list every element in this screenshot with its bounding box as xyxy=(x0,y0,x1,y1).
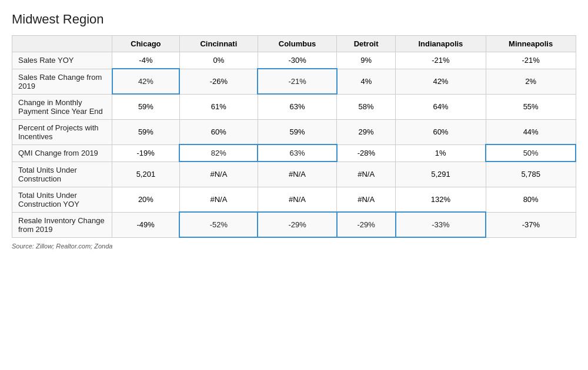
column-header-indianapolis: Indianapolis xyxy=(396,36,486,52)
row-label: Change in Monthly Payment Since Year End xyxy=(12,94,112,119)
table-cell: 132% xyxy=(396,187,486,212)
table-cell: 64% xyxy=(396,94,486,119)
column-header-chicago: Chicago xyxy=(112,36,180,52)
table-cell: 5,785 xyxy=(486,162,576,187)
table-cell: -37% xyxy=(486,212,576,237)
table-cell: #N/A xyxy=(337,187,396,212)
table-row: Total Units Under Construction YOY20%#N/… xyxy=(12,187,576,212)
table-cell: 5,291 xyxy=(396,162,486,187)
table-cell: 82% xyxy=(179,144,258,162)
row-label: QMI Change from 2019 xyxy=(12,144,112,162)
table-row: Sales Rate Change from 201942%-26%-21%4%… xyxy=(12,69,576,94)
table-header: ChicagoCincinnatiColumbusDetroitIndianap… xyxy=(12,36,576,52)
table-cell: 59% xyxy=(258,119,336,144)
table-row: Percent of Projects with Incentives59%60… xyxy=(12,119,576,144)
table-cell: 80% xyxy=(486,187,576,212)
table-cell: 44% xyxy=(486,119,576,144)
table-cell: 42% xyxy=(396,69,486,94)
table-cell: #N/A xyxy=(258,187,336,212)
table-row: Total Units Under Construction5,201#N/A#… xyxy=(12,162,576,187)
table-cell: -33% xyxy=(396,212,486,237)
table-cell: 60% xyxy=(396,119,486,144)
table-cell: 59% xyxy=(112,94,180,119)
table-cell: 1% xyxy=(396,144,486,162)
column-label-header xyxy=(12,36,112,52)
row-label: Total Units Under Construction xyxy=(12,162,112,187)
table-cell: -21% xyxy=(396,52,486,69)
column-header-detroit: Detroit xyxy=(337,36,396,52)
table-cell: #N/A xyxy=(179,187,258,212)
column-header-cincinnati: Cincinnati xyxy=(179,36,258,52)
table-cell: 9% xyxy=(337,52,396,69)
row-label: Percent of Projects with Incentives xyxy=(12,119,112,144)
table-cell: 59% xyxy=(112,119,180,144)
table-cell: -21% xyxy=(486,52,576,69)
table-cell: 50% xyxy=(486,144,576,162)
table-cell: 61% xyxy=(179,94,258,119)
table-row: Change in Monthly Payment Since Year End… xyxy=(12,94,576,119)
data-table: ChicagoCincinnatiColumbusDetroitIndianap… xyxy=(12,35,576,238)
table-cell: -19% xyxy=(112,144,180,162)
row-label: Sales Rate YOY xyxy=(12,52,112,69)
table-cell: 29% xyxy=(337,119,396,144)
table-cell: -30% xyxy=(258,52,336,69)
table-cell: 63% xyxy=(258,94,336,119)
table-cell: 42% xyxy=(112,69,180,94)
page-title: Midwest Region xyxy=(12,12,576,27)
table-cell: 55% xyxy=(486,94,576,119)
table-cell: -52% xyxy=(179,212,258,237)
table-row: Sales Rate YOY-4%0%-30%9%-21%-21% xyxy=(12,52,576,69)
table-cell: -28% xyxy=(337,144,396,162)
table-cell: 5,201 xyxy=(112,162,180,187)
source-citation: Source: Zillow; Realtor.com; Zonda xyxy=(12,243,576,250)
table-cell: -21% xyxy=(258,69,336,94)
table-cell: -4% xyxy=(112,52,180,69)
table-cell: 63% xyxy=(258,144,336,162)
table-cell: 2% xyxy=(486,69,576,94)
table-row: QMI Change from 2019-19%82%63%-28%1%50% xyxy=(12,144,576,162)
table-cell: #N/A xyxy=(179,162,258,187)
table-cell: 0% xyxy=(179,52,258,69)
column-header-minneapolis: Minneapolis xyxy=(486,36,576,52)
table-cell: #N/A xyxy=(258,162,336,187)
row-label: Total Units Under Construction YOY xyxy=(12,187,112,212)
table-cell: -29% xyxy=(337,212,396,237)
table-cell: 58% xyxy=(337,94,396,119)
table-cell: -49% xyxy=(112,212,180,237)
table-row: Resale Inventory Change from 2019-49%-52… xyxy=(12,212,576,237)
table-cell: #N/A xyxy=(337,162,396,187)
row-label: Sales Rate Change from 2019 xyxy=(12,69,112,94)
table-cell: -29% xyxy=(258,212,336,237)
table-cell: 20% xyxy=(112,187,180,212)
row-label: Resale Inventory Change from 2019 xyxy=(12,212,112,237)
table-cell: -26% xyxy=(179,69,258,94)
column-header-columbus: Columbus xyxy=(258,36,336,52)
table-cell: 60% xyxy=(179,119,258,144)
table-cell: 4% xyxy=(337,69,396,94)
